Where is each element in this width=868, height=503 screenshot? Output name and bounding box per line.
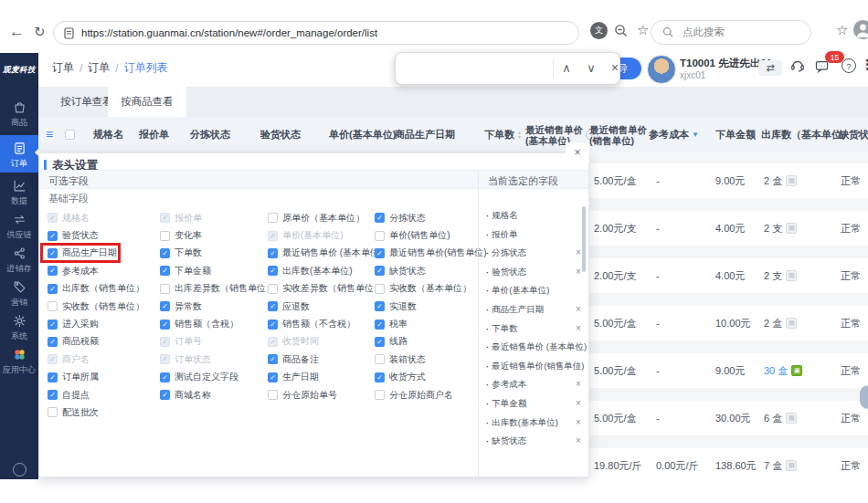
selected-list-scrollbar[interactable] <box>582 206 586 272</box>
checkbox[interactable] <box>268 301 278 311</box>
browser-search-box[interactable]: 点此搜索 <box>651 20 811 45</box>
field-option-37[interactable]: 测试自定义字段 <box>156 371 238 383</box>
column-header-6[interactable]: 下单数▲▼ <box>484 117 522 152</box>
field-option-40[interactable]: 自提点 <box>44 389 90 402</box>
checkbox[interactable] <box>268 320 278 330</box>
checkbox[interactable] <box>160 372 170 382</box>
find-next-icon[interactable]: ∨ <box>583 61 599 76</box>
checkbox[interactable] <box>375 354 385 364</box>
field-option-23[interactable]: 实退数 <box>371 300 417 313</box>
checkbox[interactable] <box>48 320 58 330</box>
remove-field-icon[interactable]: × <box>573 379 584 389</box>
field-option-12[interactable]: 参考成本 <box>44 265 99 278</box>
field-option-21[interactable]: 异常数 <box>156 300 202 313</box>
tab-view-by-product[interactable]: 按商品查看 <box>108 87 186 117</box>
zoom-out-icon[interactable] <box>614 24 629 38</box>
field-option-3[interactable]: 分拣状态 <box>371 212 426 225</box>
column-header-4[interactable]: 单价(基本单位)▲▼ <box>329 117 403 152</box>
sidebar-item-1[interactable]: 订单 <box>0 135 38 173</box>
field-option-31[interactable]: 线路 <box>371 335 408 348</box>
checkbox[interactable] <box>375 301 385 311</box>
checkbox[interactable] <box>48 337 58 347</box>
field-option-20[interactable]: 实收数（销售单位） <box>44 300 144 313</box>
checkbox[interactable] <box>48 407 58 417</box>
remove-field-icon[interactable]: × <box>573 304 584 314</box>
field-option-2[interactable]: 原单价（基本单位） <box>264 212 365 225</box>
checkbox[interactable] <box>48 231 58 241</box>
checkbox[interactable] <box>160 301 170 311</box>
checkbox[interactable] <box>375 337 385 347</box>
field-option-28[interactable]: 商品税额 <box>44 335 99 348</box>
field-option-7[interactable]: 单价(销售单位) <box>371 229 450 242</box>
outbound-note-icon-active[interactable] <box>791 365 802 376</box>
checkbox[interactable] <box>375 320 385 330</box>
sidebar-bottom-icon[interactable] <box>13 463 26 477</box>
find-previous-icon[interactable]: ∧ <box>558 61 575 76</box>
field-option-26[interactable]: 销售额（不含税） <box>264 318 355 330</box>
checkbox[interactable] <box>160 231 170 241</box>
remove-field-icon[interactable]: × <box>573 435 584 445</box>
checkbox[interactable] <box>375 266 385 276</box>
outbound-note-icon[interactable] <box>786 413 797 424</box>
sort-icon[interactable]: ▲▼ <box>517 131 522 140</box>
breadcrumb-order-list[interactable]: 订单列表 <box>124 60 168 76</box>
checkbox[interactable] <box>48 284 58 294</box>
checkbox[interactable] <box>48 248 58 258</box>
checkbox[interactable] <box>268 354 278 364</box>
translate-icon[interactable]: 文 <box>590 22 608 39</box>
outbound-qty-text[interactable]: 30 盒 <box>764 364 788 378</box>
checkbox[interactable] <box>268 372 278 382</box>
customer-service-icon[interactable] <box>789 58 806 74</box>
field-option-34[interactable]: 商品备注 <box>264 353 319 366</box>
checkbox[interactable] <box>160 248 170 258</box>
side-panel-handle[interactable] <box>860 385 868 409</box>
field-option-16[interactable]: 出库数（销售单位） <box>44 282 144 295</box>
column-header-12[interactable]: 缺货状态▲▼ <box>839 117 868 152</box>
field-option-44[interactable]: 配送批次 <box>44 406 99 419</box>
field-option-22[interactable]: 应退数 <box>264 300 310 313</box>
sidebar-item-4[interactable]: 进销存 <box>0 245 38 275</box>
field-option-24[interactable]: 进入采购 <box>44 318 99 330</box>
user-avatar[interactable] <box>647 55 676 84</box>
remove-field-icon[interactable]: × <box>573 398 584 408</box>
checkbox[interactable] <box>375 390 385 400</box>
remove-field-icon[interactable]: × <box>573 323 584 333</box>
checkbox[interactable] <box>375 231 385 241</box>
checkbox[interactable] <box>375 372 385 382</box>
bookmark-star-icon[interactable]: ☆ <box>637 23 649 37</box>
field-option-8[interactable]: 商品生产日期 <box>44 246 117 259</box>
more-menu-icon[interactable]: ⋮ <box>861 57 868 73</box>
checkbox[interactable] <box>268 213 278 223</box>
checkbox[interactable] <box>160 266 170 276</box>
site-info-icon[interactable] <box>64 27 74 39</box>
remove-field-icon[interactable]: × <box>573 341 584 351</box>
checkbox[interactable] <box>268 390 278 400</box>
field-option-10[interactable]: 最近销售单价 (基本单位) <box>264 246 382 259</box>
find-close-icon[interactable]: × <box>607 60 623 75</box>
checkbox[interactable] <box>268 284 278 294</box>
outbound-note-icon[interactable] <box>786 318 797 329</box>
outbound-note-icon[interactable] <box>786 460 797 471</box>
checkbox[interactable] <box>160 320 170 330</box>
field-option-14[interactable]: 出库数(基本单位) <box>264 265 353 278</box>
browser-reload-icon[interactable]: ↻ <box>34 25 46 38</box>
field-option-19[interactable]: 实收数（基本单位） <box>371 282 471 295</box>
remove-field-icon[interactable]: × <box>573 247 584 257</box>
breadcrumb-orders[interactable]: 订单 <box>52 60 74 76</box>
sidebar-item-3[interactable]: 供应链 <box>0 211 38 241</box>
checkbox[interactable] <box>48 266 58 276</box>
field-option-35[interactable]: 装箱状态 <box>371 353 426 366</box>
checkbox[interactable] <box>160 284 170 294</box>
field-option-9[interactable]: 下单数 <box>156 246 202 259</box>
field-option-42[interactable]: 分仓原始单号 <box>264 389 337 402</box>
outbound-note-icon[interactable] <box>786 175 797 186</box>
checkbox[interactable] <box>268 266 278 276</box>
find-in-page-bar[interactable]: ∧ ∨ × <box>395 52 620 85</box>
field-option-25[interactable]: 销售额（含税） <box>156 318 238 330</box>
sorted-desc-icon[interactable]: ▼ <box>692 131 699 139</box>
checkbox[interactable] <box>375 248 385 258</box>
address-bar[interactable]: https://station.guanmai.cn/station/new#/… <box>53 21 579 45</box>
field-option-38[interactable]: 生产日期 <box>264 371 319 383</box>
checkbox[interactable] <box>160 390 170 400</box>
remove-field-icon[interactable]: × <box>573 267 584 277</box>
